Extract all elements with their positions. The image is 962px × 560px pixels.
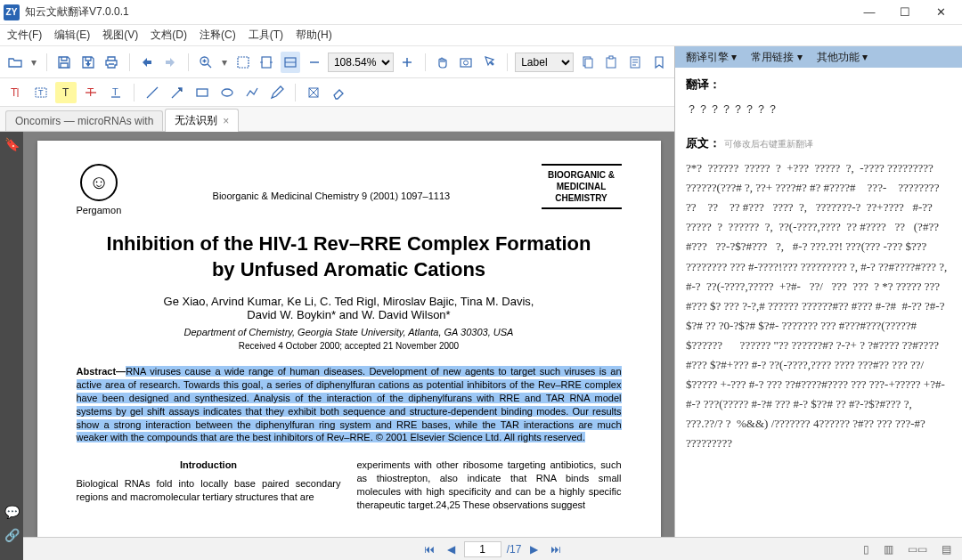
svg-rect-9 [609,56,613,59]
translate-output[interactable]: ？？？？？？？？ [686,100,951,119]
stamp-icon[interactable] [303,82,324,103]
page-layout-book-icon[interactable]: ▤ [938,543,955,556]
svg-rect-4 [461,59,471,67]
page-layout-facing-icon[interactable]: ▭▭ [904,543,931,556]
next-view-icon[interactable] [160,52,181,73]
polyline-icon[interactable] [241,82,263,103]
menu-comment[interactable]: 注释(C) [200,28,236,43]
tab-2-label: 无法识别 [175,113,217,128]
comments-panel-icon[interactable]: 💬 [4,505,20,519]
paper-columns: Introduction Biological RNAs fold into l… [77,459,622,511]
paste-icon[interactable] [601,52,622,73]
svg-text:T: T [62,86,69,99]
minimize-button[interactable]: — [852,0,887,25]
attachment-icon[interactable] [625,52,646,73]
menu-file[interactable]: 文件(F) [7,28,42,43]
page-layout-single-icon[interactable]: ▯ [860,543,873,556]
menu-edit[interactable]: 编辑(E) [54,28,90,43]
next-page-icon[interactable]: ▶ [526,543,542,556]
hand-icon[interactable] [432,52,452,73]
zoom-out-icon[interactable] [304,52,324,73]
tab-other[interactable]: 其他功能 ▾ [811,48,873,67]
ellipse-icon[interactable] [216,82,238,103]
prev-page-icon[interactable]: ◀ [444,543,459,556]
translation-panel: 翻译引擎 ▾ 常用链接 ▾ 其他功能 ▾ 翻译： ？？？？？？？？ 原文：可修改… [675,46,962,560]
svg-rect-2 [262,57,271,68]
publisher-logo-icon: ☺ [80,164,118,201]
bookmark-icon[interactable] [648,52,669,73]
fit-width-icon[interactable] [257,52,277,73]
attachments-panel-icon[interactable]: 🔗 [4,528,20,542]
first-page-icon[interactable]: ⏮ [420,543,438,556]
last-page-icon[interactable]: ⏭ [547,543,565,556]
save-as-icon[interactable] [77,52,98,73]
original-label-text: 原文： [686,136,721,150]
original-text[interactable]: ?*? ?????? ????? ? +??? ????? ?, -???? ?… [686,158,951,453]
svg-point-5 [464,61,469,65]
tab-links-dd-icon: ▾ [797,51,803,63]
zoom-in-icon[interactable] [196,52,216,73]
snapshot-icon[interactable] [456,52,477,73]
close-button[interactable]: ✕ [923,0,958,25]
zoom-select[interactable]: 108.54% [328,53,394,72]
col2-text: experiments with other ribosome targetin… [357,459,622,511]
tab-engine[interactable]: 翻译引擎 ▾ [681,48,742,67]
fit-visible-icon[interactable] [281,52,301,73]
svg-text:T: T [11,86,18,99]
original-label: 原文：可修改后右键重新翻译 [686,135,951,151]
menu-help[interactable]: 帮助(H) [296,28,332,43]
paper-authors: Ge Xiao, Arvind Kumar, Ke Li, C. Ted Rig… [77,295,622,321]
paper-title: Inhibition of the HIV-1 Rev–RRE Complex … [77,231,622,282]
arrow-icon[interactable] [167,82,188,103]
toolbar-annotate: T T T T T [0,78,674,107]
pencil-icon[interactable] [266,82,288,103]
right-tabs: 翻译引擎 ▾ 常用链接 ▾ 其他功能 ▾ [675,46,962,68]
page-layout-continuous-icon[interactable]: ▥ [880,543,897,556]
open-dropdown-icon[interactable]: ▾ [29,52,39,73]
tab-document-2[interactable]: 无法识别 × [165,109,239,132]
authors-l1: Ge Xiao, Arvind Kumar, Ke Li, C. Ted Rig… [77,295,622,308]
save-icon[interactable] [54,52,75,73]
paper-dates: Received 4 October 2000; accepted 21 Nov… [77,341,622,351]
side-gutter: 🔖 💬 🔗 [0,132,23,560]
maximize-button[interactable]: ☐ [887,0,923,25]
document-tabs: Oncomirs — microRNAs with 无法识别 × [0,107,674,132]
page-navigator: ⏮ ◀ /17 ▶ ⏭ ▯ ▥ ▭▭ ▤ [23,537,962,560]
svg-text:T: T [112,86,118,97]
paper-abstract: Abstract—RNA viruses cause a wide range … [77,365,622,444]
tab-2-close-icon[interactable]: × [223,115,229,127]
tab-links[interactable]: 常用链接 ▾ [746,48,807,67]
zoom-dropdown-icon[interactable]: ▾ [219,52,229,73]
abstract-lead: Abstract— [77,366,126,377]
rect-icon[interactable] [192,82,213,103]
svg-rect-8 [607,58,616,68]
toolbar-main: ▾ ▾ 108.54% Label [0,46,674,78]
zoom-plus-icon[interactable] [397,52,418,73]
intro-heading: Introduction [77,459,341,472]
bookmarks-panel-icon[interactable]: 🔖 [4,137,20,151]
tab-document-1[interactable]: Oncomirs — microRNAs with [5,110,163,131]
label-select[interactable]: Label [515,53,574,72]
menu-view[interactable]: 视图(V) [102,28,138,43]
text-select-icon[interactable]: T [5,82,27,103]
line-icon[interactable] [142,82,163,103]
open-icon[interactable] [5,52,26,73]
pdf-viewer: 🔖 💬 🔗 ☺ Pergamon Bioorganic & Medicinal … [0,132,674,560]
menu-tools[interactable]: 工具(T) [249,28,283,43]
pdf-page[interactable]: ☺ Pergamon Bioorganic & Medicinal Chemis… [37,141,661,560]
underline-icon[interactable]: T [105,82,126,103]
tab-1-label: Oncomirs — microRNAs with [15,115,153,127]
print-icon[interactable] [102,52,122,73]
fit-page-icon[interactable] [233,52,254,73]
svg-text:T: T [38,88,44,97]
select-icon[interactable] [480,52,501,73]
text-box-icon[interactable]: T [30,82,52,103]
page-number-input[interactable] [464,541,501,557]
copy-icon[interactable] [577,52,598,73]
strikeout-icon[interactable]: T [80,82,102,103]
eraser-icon[interactable] [328,82,349,103]
window-title: 知云文献翻译V7.0.0.1 [25,4,852,20]
prev-view-icon[interactable] [137,52,158,73]
menu-document[interactable]: 文档(D) [151,28,187,43]
highlight-icon[interactable]: T [55,82,77,103]
